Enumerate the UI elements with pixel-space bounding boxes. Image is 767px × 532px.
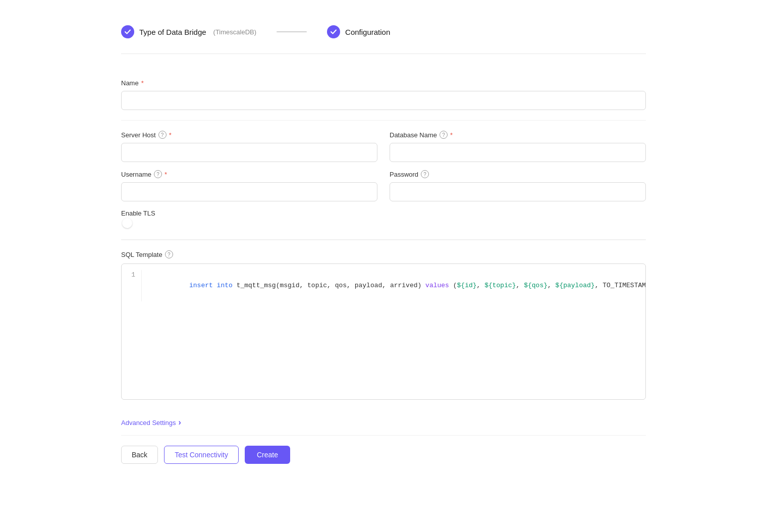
chevron-right-icon: › bbox=[178, 418, 181, 427]
username-group: Username ? * bbox=[121, 170, 377, 201]
back-button[interactable]: Back bbox=[121, 446, 158, 464]
step-2: Configuration bbox=[327, 25, 390, 38]
footer-actions: Back Test Connectivity Create bbox=[121, 436, 646, 474]
server-host-help-icon: ? bbox=[158, 131, 167, 139]
server-host-label: Server Host ? * bbox=[121, 131, 377, 139]
step-1-icon bbox=[121, 25, 134, 38]
code-line-1: insert into t_mqtt_msg(msgid, topic, qos… bbox=[142, 270, 646, 301]
create-button[interactable]: Create bbox=[245, 446, 290, 464]
database-name-label: Database Name ? * bbox=[390, 131, 646, 139]
password-help-icon: ? bbox=[421, 170, 429, 178]
auth-row: Username ? * Password ? bbox=[121, 170, 646, 209]
step-2-icon bbox=[327, 25, 340, 38]
database-name-help-icon: ? bbox=[440, 131, 448, 139]
step-1: Type of Data Bridge (TimescaleDB) bbox=[121, 25, 256, 38]
sql-template-label: SQL Template ? bbox=[121, 250, 646, 258]
server-host-input[interactable] bbox=[121, 143, 377, 162]
database-name-required: * bbox=[450, 131, 453, 139]
username-help-icon: ? bbox=[154, 170, 162, 178]
tls-group: Enable TLS bbox=[121, 209, 646, 229]
password-group: Password ? bbox=[390, 170, 646, 209]
sql-section: SQL Template ? 1 insert into t_mqtt_msg(… bbox=[121, 240, 646, 410]
database-name-group: Database Name ? * bbox=[390, 131, 646, 170]
name-label: Name * bbox=[121, 79, 646, 87]
name-input[interactable] bbox=[121, 91, 646, 110]
connection-row: Server Host ? * Database Name ? * bbox=[121, 131, 646, 170]
name-required: * bbox=[141, 79, 144, 87]
username-required: * bbox=[165, 171, 167, 178]
stepper: Type of Data Bridge (TimescaleDB) Config… bbox=[121, 15, 646, 54]
line-numbers: 1 bbox=[122, 270, 142, 301]
tls-thumb bbox=[122, 218, 132, 228]
advanced-settings-link[interactable]: Advanced Settings › bbox=[121, 410, 181, 435]
tls-label: Enable TLS bbox=[121, 209, 646, 217]
username-input[interactable] bbox=[121, 182, 377, 201]
step-divider bbox=[277, 31, 307, 32]
database-name-input[interactable] bbox=[390, 143, 646, 162]
step-2-label: Configuration bbox=[345, 28, 390, 36]
test-connectivity-button[interactable]: Test Connectivity bbox=[164, 446, 239, 464]
server-host-group: Server Host ? * bbox=[121, 131, 377, 162]
server-host-required: * bbox=[169, 131, 172, 139]
step-1-sub: (TimescaleDB) bbox=[213, 28, 256, 36]
name-section: Name * bbox=[121, 69, 646, 121]
step-1-label: Type of Data Bridge bbox=[139, 28, 206, 36]
password-input[interactable] bbox=[390, 182, 646, 201]
username-label: Username ? * bbox=[121, 170, 377, 178]
connection-section: Server Host ? * Database Name ? * Userna… bbox=[121, 121, 646, 240]
code-content: 1 insert into t_mqtt_msg(msgid, topic, q… bbox=[122, 264, 645, 307]
sql-editor[interactable]: 1 insert into t_mqtt_msg(msgid, topic, q… bbox=[121, 263, 646, 400]
name-field-group: Name * bbox=[121, 79, 646, 110]
sql-help-icon: ? bbox=[165, 250, 173, 258]
password-label: Password ? bbox=[390, 170, 646, 178]
